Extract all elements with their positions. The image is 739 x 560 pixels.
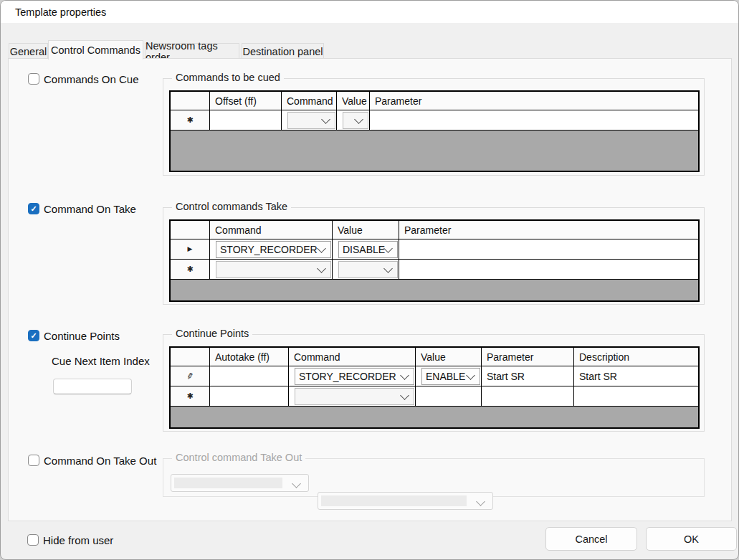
command-combobox[interactable] [295, 388, 414, 405]
parameter-cell[interactable] [482, 386, 574, 406]
table-row: ✱ [171, 110, 698, 130]
parameter-cell[interactable] [399, 260, 698, 279]
column-header-value: Value [337, 92, 370, 110]
row-header[interactable]: ✱ [171, 260, 210, 279]
description-cell[interactable]: Start SR [574, 366, 698, 386]
title-bar: Template properties [1, 1, 738, 23]
table-row: ✱ [171, 260, 698, 280]
groupbox-control-commands-take-title: Control commands Take [172, 201, 291, 212]
take-out-command-dropdown [171, 474, 309, 492]
value-cell[interactable] [333, 260, 399, 279]
table-row: ✱ [171, 386, 698, 407]
command-combobox[interactable]: STORY_RECORDER [216, 241, 331, 258]
chevron-down-icon [466, 371, 475, 380]
command-cell[interactable] [289, 386, 416, 406]
value-combobox[interactable]: ENABLE [421, 368, 480, 385]
row-header[interactable]: ✎ [171, 366, 210, 386]
value-cell[interactable]: ENABLE [416, 366, 482, 386]
table-row: ✎ STORY_RECORDER ENABLE [171, 366, 698, 386]
command-cell[interactable] [282, 110, 337, 130]
chevron-down-icon [292, 479, 301, 488]
tab-general-label: General [10, 46, 47, 57]
value-combobox-value: ENABLE [426, 371, 465, 382]
grid-empty-area [171, 130, 698, 171]
row-header[interactable]: ✱ [171, 386, 210, 406]
parameter-cell[interactable] [399, 239, 698, 259]
column-header-command: Command [210, 221, 333, 239]
command-on-take-label[interactable]: Command On Take [44, 203, 136, 215]
commands-on-cue-label[interactable]: Commands On Cue [44, 73, 139, 85]
dropdown-fill [321, 495, 467, 506]
column-header-selector [171, 221, 210, 239]
commands-on-cue-checkbox[interactable] [28, 73, 39, 85]
tab-content-panel: Commands On Cue Commands to be cued Offs… [8, 58, 732, 521]
command-on-take-checkbox[interactable]: ✓ [28, 203, 39, 214]
command-cell[interactable] [210, 260, 333, 279]
edit-row-icon: ✎ [186, 371, 195, 381]
table-row: ▶ STORY_RECORDER DISABLE [171, 239, 698, 260]
autotake-cell[interactable] [210, 386, 289, 406]
parameter-cell[interactable]: Start SR [482, 366, 574, 386]
value-combobox[interactable] [343, 112, 368, 129]
column-header-offset: Offset (ff) [210, 92, 282, 110]
tab-general[interactable]: General [9, 43, 48, 59]
grid-empty-area [171, 407, 698, 427]
column-header-description: Description [574, 348, 698, 366]
ok-button-label: OK [684, 533, 699, 545]
groupbox-control-commands-take: Control commands Take Command Value Para… [163, 207, 705, 305]
row-header[interactable]: ▶ [171, 239, 210, 259]
chevron-down-icon [321, 115, 330, 124]
command-combobox[interactable] [216, 261, 331, 278]
offset-cell[interactable] [210, 110, 282, 130]
chevron-down-icon [354, 115, 363, 124]
value-combobox[interactable] [338, 261, 398, 278]
grid-header-row: Offset (ff) Command Value Parameter [171, 92, 698, 110]
description-cell[interactable] [574, 386, 698, 406]
chevron-down-icon [383, 264, 393, 273]
continue-points-label[interactable]: Continue Points [44, 330, 120, 342]
value-cell[interactable] [416, 386, 482, 406]
row-header[interactable]: ✱ [171, 110, 210, 130]
value-cell[interactable] [337, 110, 370, 130]
column-header-parameter: Parameter [482, 348, 574, 366]
command-on-take-out-checkbox[interactable] [28, 455, 39, 466]
chevron-down-icon [476, 497, 485, 506]
column-header-parameter: Parameter [399, 221, 698, 239]
hide-from-user-label[interactable]: Hide from user [43, 534, 113, 546]
ok-button[interactable]: OK [646, 527, 737, 551]
value-combobox-value: DISABLE [343, 244, 385, 255]
groupbox-commands-to-be-cued: Commands to be cued Offset (ff) Command … [163, 78, 705, 176]
groupbox-commands-to-be-cued-title: Commands to be cued [172, 72, 284, 83]
tab-newsroom-tags-order[interactable]: Newsroom tags order [145, 43, 239, 59]
groupbox-control-command-take-out-title: Control command Take Out [172, 452, 305, 463]
tab-control-commands[interactable]: Control Commands [48, 40, 143, 60]
autotake-cell[interactable] [210, 366, 289, 386]
current-row-icon: ▶ [188, 246, 193, 252]
check-icon: ✓ [30, 204, 37, 214]
tab-control-commands-label: Control Commands [51, 44, 140, 56]
groupbox-continue-points: Continue Points Autotake (ff) Command Va… [163, 334, 705, 432]
parameter-cell[interactable] [370, 110, 698, 130]
dropdown-fill [174, 478, 282, 488]
value-cell[interactable]: DISABLE [333, 239, 399, 259]
window-title: Template properties [15, 6, 106, 18]
continue-points-checkbox[interactable]: ✓ [28, 330, 39, 341]
column-header-command: Command [282, 92, 337, 110]
command-cell[interactable]: STORY_RECORDER [289, 366, 416, 386]
control-commands-take-grid: Command Value Parameter ▶ STORY_RECORDER [169, 219, 700, 302]
command-combobox[interactable] [287, 112, 335, 129]
tab-destination-panel[interactable]: Destination panel [242, 43, 324, 59]
command-on-take-out-label[interactable]: Command On Take Out [44, 455, 156, 467]
command-cell[interactable]: STORY_RECORDER [210, 239, 333, 259]
column-header-value: Value [416, 348, 482, 366]
groupbox-control-command-take-out: Control command Take Out [163, 458, 705, 497]
tab-destination-panel-label: Destination panel [242, 46, 323, 57]
cue-next-item-index-input[interactable] [53, 379, 132, 394]
column-header-autotake: Autotake (ff) [210, 348, 289, 366]
chevron-down-icon [400, 391, 409, 400]
value-combobox[interactable]: DISABLE [338, 241, 398, 258]
cancel-button[interactable]: Cancel [545, 527, 637, 551]
take-out-value-dropdown [318, 492, 493, 510]
command-combobox[interactable]: STORY_RECORDER [295, 368, 414, 385]
hide-from-user-checkbox[interactable] [27, 534, 39, 546]
